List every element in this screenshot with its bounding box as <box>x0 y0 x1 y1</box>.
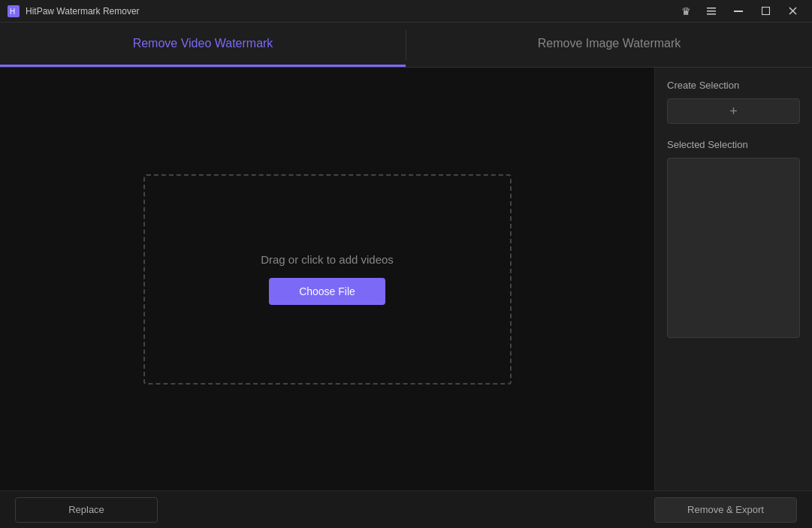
bottom-bar: Replace Remove & Export <box>0 490 812 528</box>
drop-text: Drag or click to add videos <box>261 253 394 266</box>
main-content: Drag or click to add videos Choose File … <box>0 68 812 490</box>
right-panel: Create Selection + Selected Selection <box>654 68 812 490</box>
maximize-button[interactable] <box>753 4 777 19</box>
svg-text:H: H <box>10 8 15 16</box>
tab-bar: Remove Video Watermark Remove Image Wate… <box>0 23 812 68</box>
replace-button[interactable]: Replace <box>15 497 158 523</box>
create-selection-button[interactable]: + <box>667 98 800 124</box>
drop-zone[interactable]: Drag or click to add videos Choose File <box>143 174 512 385</box>
svg-rect-2 <box>707 8 716 9</box>
svg-rect-3 <box>707 11 716 12</box>
close-button[interactable] <box>780 4 804 19</box>
title-bar: H HitPaw Watermark Remover ♛ <box>0 0 812 23</box>
svg-rect-4 <box>707 14 716 15</box>
remove-export-button[interactable]: Remove & Export <box>654 497 797 523</box>
plus-icon: + <box>729 104 738 119</box>
app-title: HitPaw Watermark Remover <box>26 6 140 17</box>
title-bar-left: H HitPaw Watermark Remover <box>8 5 140 17</box>
selected-selection-label: Selected Selection <box>667 139 800 150</box>
create-selection-label: Create Selection <box>667 80 800 91</box>
video-panel: Drag or click to add videos Choose File <box>0 68 654 490</box>
menu-button[interactable] <box>699 4 723 19</box>
tab-video-label: Remove Video Watermark <box>133 37 273 50</box>
choose-file-button[interactable]: Choose File <box>269 278 385 305</box>
crown-icon[interactable]: ♛ <box>680 5 692 17</box>
tab-image[interactable]: Remove Image Watermark <box>406 23 812 67</box>
svg-rect-6 <box>762 8 769 15</box>
app-icon: H <box>8 5 20 17</box>
minimize-button[interactable] <box>726 4 750 19</box>
tab-image-label: Remove Image Watermark <box>538 37 681 50</box>
selected-selection-box <box>667 158 800 338</box>
svg-rect-5 <box>734 11 743 12</box>
window-controls: ♛ <box>680 4 804 19</box>
tab-video[interactable]: Remove Video Watermark <box>0 23 406 67</box>
